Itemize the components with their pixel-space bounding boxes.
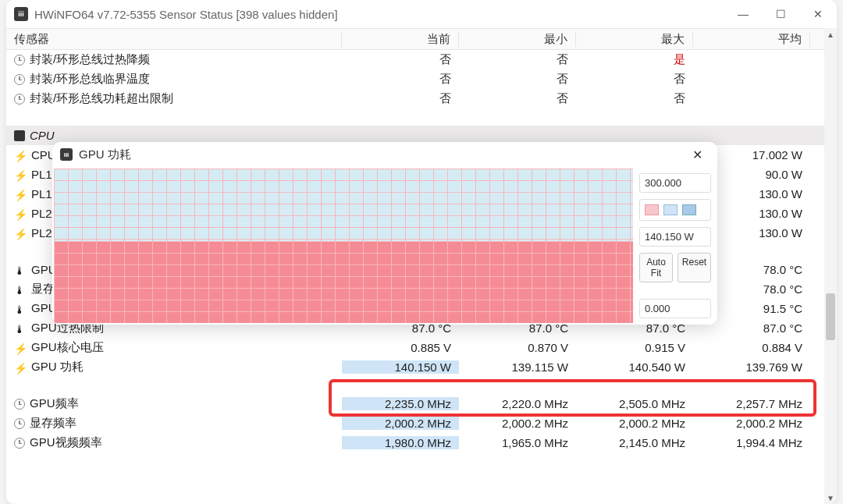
cell-cur: 140.150 W xyxy=(342,360,459,374)
row-label: 显存 xyxy=(31,282,55,296)
cell-max: 0.915 V xyxy=(576,341,693,354)
cell-max: 140.540 W xyxy=(576,360,693,374)
sensor-row[interactable]: GPU频率2,235.0 MHz2,220.0 MHz2,505.0 MHz2,… xyxy=(6,394,837,413)
cell-min: 否 xyxy=(459,52,576,67)
sensor-row[interactable]: 封装/环形总线临界温度否否否 xyxy=(6,69,837,89)
scale-max: 300.000 xyxy=(639,173,711,193)
col-min[interactable]: 最小 xyxy=(459,32,576,47)
scroll-up-icon[interactable]: ▲ xyxy=(824,28,837,41)
row-label: PL2 xyxy=(31,226,52,240)
cell-cur: 1,980.0 MHz xyxy=(342,436,459,449)
cell-max: 2,505.0 MHz xyxy=(576,397,693,410)
popup-close-button[interactable]: ✕ xyxy=(685,147,710,162)
graph-area[interactable] xyxy=(54,169,633,323)
row-label: GPU视频频率 xyxy=(30,435,102,450)
cell-cur: 否 xyxy=(342,91,459,106)
bolt-icon xyxy=(14,149,27,161)
therm-icon xyxy=(14,264,27,276)
bolt-icon xyxy=(14,208,27,220)
row-label: CPU xyxy=(30,129,55,142)
cell-min: 否 xyxy=(459,91,576,106)
row-label: 封装/环形总线功耗超出限制 xyxy=(30,91,173,106)
col-max[interactable]: 最大 xyxy=(576,32,693,47)
column-headers: 传感器 当前 最小 最大 平均 xyxy=(6,28,837,50)
clock-icon xyxy=(14,55,25,66)
cell-avg: 1,994.4 MHz xyxy=(693,436,810,449)
sensor-row[interactable]: 封装/环形总线过热降频否否是 xyxy=(6,50,837,69)
clock-icon xyxy=(14,418,25,429)
close-button[interactable]: ✕ xyxy=(799,0,837,28)
popup-title: GPU 功耗 xyxy=(79,147,131,162)
scroll-thumb[interactable] xyxy=(826,293,835,340)
row-label: GPU核心电压 xyxy=(31,340,104,355)
graph-fill xyxy=(54,241,633,323)
bolt-icon xyxy=(14,227,27,240)
window-controls: — ☐ ✕ xyxy=(724,0,837,28)
cell-min: 否 xyxy=(459,72,576,87)
bolt-icon xyxy=(14,342,27,354)
legend-swatches xyxy=(639,199,711,221)
swatch-blue-icon[interactable] xyxy=(663,204,678,215)
row-label: PL1 xyxy=(31,168,52,181)
bolt-icon xyxy=(14,361,27,374)
col-avg[interactable]: 平均 xyxy=(693,32,810,47)
scale-current: 140.150 W xyxy=(639,227,711,247)
cell-max: 否 xyxy=(576,91,693,106)
row-label: GPU 功耗 xyxy=(31,360,84,374)
bolt-icon xyxy=(14,188,27,201)
cell-min: 2,000.2 MHz xyxy=(459,417,576,430)
cell-max: 2,000.2 MHz xyxy=(576,417,693,430)
row-label: PL2 xyxy=(31,207,52,220)
scroll-down-icon[interactable]: ▼ xyxy=(824,492,837,504)
cell-min: 2,220.0 MHz xyxy=(459,397,576,410)
reset-button[interactable]: Reset xyxy=(678,253,711,282)
cell-cur: 0.885 V xyxy=(342,341,459,354)
minimize-button[interactable]: — xyxy=(724,0,762,28)
therm-icon xyxy=(14,303,27,315)
sensor-row[interactable]: GPU核心电压0.885 V0.870 V0.915 V0.884 V xyxy=(6,338,837,357)
swatch-red-icon[interactable] xyxy=(645,204,659,215)
titlebar: iii HWiNFO64 v7.72-5355 Sensor Status [3… xyxy=(6,0,837,28)
cell-cur: 2,000.2 MHz xyxy=(342,417,459,430)
cell-max: 是 xyxy=(576,52,693,67)
graph-side-panel: 300.000 140.150 W Auto Fit Reset 0.000 xyxy=(633,167,717,325)
cell-min: 0.870 V xyxy=(459,341,576,354)
clock-icon xyxy=(14,94,25,105)
col-sensor[interactable]: 传感器 xyxy=(6,32,342,47)
cell-avg: 139.769 W xyxy=(693,360,810,374)
cell-min: 139.115 W xyxy=(459,360,576,374)
cell-cur: 否 xyxy=(342,72,459,87)
scale-min: 0.000 xyxy=(639,299,711,318)
cell-avg: 0.884 V xyxy=(693,341,810,354)
row-label: 封装/环形总线临界温度 xyxy=(30,72,150,87)
col-current[interactable]: 当前 xyxy=(342,32,459,47)
row-label: 封装/环形总线过热降频 xyxy=(30,52,150,67)
autofit-button[interactable]: Auto Fit xyxy=(639,253,673,282)
sensor-row[interactable]: GPU视频频率1,980.0 MHz1,965.0 MHz2,145.0 MHz… xyxy=(6,433,837,453)
clock-icon xyxy=(14,399,25,410)
swatch-blue2-icon[interactable] xyxy=(682,204,696,215)
cell-max: 否 xyxy=(576,72,693,87)
row-label: 显存频率 xyxy=(30,416,76,431)
row-label: PL1 xyxy=(31,187,52,201)
therm-icon xyxy=(14,283,27,296)
maximize-button[interactable]: ☐ xyxy=(762,0,799,28)
cell-min: 1,965.0 MHz xyxy=(459,436,576,449)
sensor-row[interactable]: GPU 功耗140.150 W139.115 W140.540 W139.769… xyxy=(6,357,837,377)
chip-icon xyxy=(14,130,25,141)
clock-icon xyxy=(14,438,25,449)
cell-max: 2,145.0 MHz xyxy=(576,436,693,449)
row-label: GPU频率 xyxy=(30,396,79,411)
graph-popup: iii GPU 功耗 ✕ 300.000 140.150 W Auto Fit … xyxy=(52,142,717,325)
sensor-row[interactable]: 显存频率2,000.2 MHz2,000.2 MHz2,000.2 MHz2,0… xyxy=(6,413,837,433)
popup-app-icon: iii xyxy=(60,148,73,161)
sensor-row[interactable]: 封装/环形总线功耗超出限制否否否 xyxy=(6,89,837,108)
app-icon: iii xyxy=(14,7,28,21)
cell-cur: 2,235.0 MHz xyxy=(342,397,459,410)
window-title: HWiNFO64 v7.72-5355 Sensor Status [398 v… xyxy=(34,8,338,21)
clock-icon xyxy=(14,74,25,85)
scrollbar[interactable]: ▲ ▼ xyxy=(824,28,837,504)
therm-icon xyxy=(14,322,27,335)
cell-cur: 否 xyxy=(342,52,459,67)
cell-avg: 2,257.7 MHz xyxy=(693,397,810,410)
